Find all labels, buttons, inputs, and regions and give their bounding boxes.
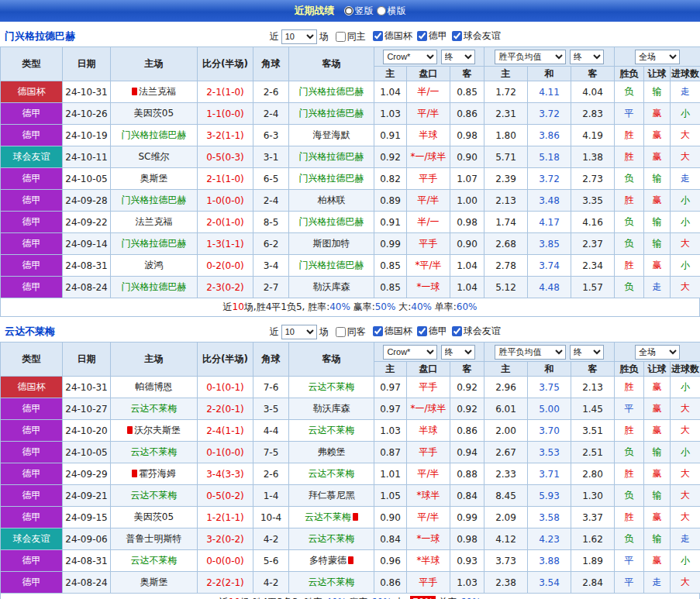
odds-company-select[interactable]: Crow*	[383, 50, 437, 64]
away-team: 门兴格拉德巴赫	[289, 212, 374, 233]
filter-controls: 近 10 场 同客 德国杯德甲球会友谊	[270, 325, 501, 339]
corner-count: 7-5	[253, 442, 289, 463]
handicap-result: 走	[644, 277, 671, 298]
euro-away-odds: 2.34	[571, 255, 615, 277]
match-type: 德甲	[1, 485, 63, 507]
col-date: 日期	[63, 343, 111, 377]
league-checkbox[interactable]	[452, 31, 462, 41]
match-score: 1-3(1-1)	[198, 233, 253, 255]
result: 负	[615, 277, 644, 298]
asia-handicap: *一球	[407, 277, 450, 298]
home-team: 沃尔夫斯堡	[111, 420, 198, 442]
col-handicap-result: 让球	[644, 362, 671, 377]
corner-count: 5-6	[253, 550, 289, 572]
summary-segment: 10	[233, 301, 244, 312]
result: 负	[615, 528, 644, 550]
away-team: 勒沃库森	[289, 398, 374, 420]
outcome-header: 全场	[615, 343, 700, 362]
corner-count: 3-5	[253, 398, 289, 420]
summary-row: 近10场,胜4平1负5, 胜率:40% 赢率:50% 大:40% 单率:60%	[0, 298, 700, 317]
league-checkbox[interactable]	[417, 31, 427, 41]
result: 胜	[615, 420, 644, 442]
handicap-result: 赢	[644, 377, 671, 398]
match-score: 0-5(0-3)	[198, 146, 253, 168]
vertical-layout-radio[interactable]	[344, 6, 353, 15]
same-venue-checkbox[interactable]	[336, 32, 346, 42]
col-score: 比分(半场)	[198, 47, 253, 81]
asia-handicap: *一/球半	[407, 146, 450, 168]
asia-home-odds: 1.05	[374, 485, 407, 507]
period-select[interactable]: 全场	[635, 345, 680, 360]
col-euro-away: 客	[571, 67, 615, 81]
home-team: 霍芬海姆	[111, 463, 198, 485]
goals-result: 大	[671, 398, 700, 420]
europe-mean-select[interactable]: 胜平负均值	[495, 345, 566, 360]
matches-body: 德国杯24-10-31法兰克福2-1(1-0)2-6门兴格拉德巴赫1.04半/一…	[1, 81, 700, 298]
team-name: 斯图加特	[313, 238, 350, 249]
league-checkbox[interactable]	[373, 31, 383, 41]
asia-away-odds: 1.00	[450, 190, 484, 212]
home-team: 云达不莱梅	[111, 442, 198, 463]
home-team: 云达不莱梅	[111, 550, 198, 572]
asia-handicap: 半/一	[407, 212, 450, 233]
league-filters: 德国杯德甲球会友谊	[368, 325, 501, 339]
odds-company-select[interactable]: Crow*	[383, 345, 437, 360]
team-name: 霍芬海姆	[139, 468, 176, 479]
away-team: 云达不莱梅	[289, 528, 374, 550]
europe-stage-select[interactable]: 终	[570, 345, 604, 360]
horizontal-layout-radio[interactable]	[377, 6, 386, 15]
corner-count: 4-4	[253, 420, 289, 442]
euro-draw-odds: 3.74	[528, 255, 571, 277]
euro-draw-odds: 3.54	[528, 572, 571, 594]
team-name: 法兰克福	[139, 86, 176, 97]
games-label: 场	[319, 30, 329, 43]
euro-draw-odds: 4.23	[528, 528, 571, 550]
league-checkbox[interactable]	[373, 326, 383, 336]
euro-draw-odds: 3.75	[528, 377, 571, 398]
topbar: 近期战绩 竖版 横版	[0, 0, 700, 22]
asia-odds-header: Crow* 终	[374, 47, 484, 67]
euro-draw-odds: 5.00	[528, 398, 571, 420]
home-team: 云达不莱梅	[111, 398, 198, 420]
league-checkbox[interactable]	[452, 326, 462, 336]
asia-away-odds: 1.04	[450, 255, 484, 277]
col-asia-home: 主	[374, 67, 407, 81]
asia-stage-select[interactable]: 终	[441, 345, 475, 360]
period-select[interactable]: 全场	[635, 50, 680, 64]
league-checkbox[interactable]	[417, 326, 427, 336]
euro-home-odds: 2.00	[484, 420, 528, 442]
match-row: 德甲24-09-22法兰克福2-0(1-0)8-5门兴格拉德巴赫0.91半/一0…	[1, 212, 700, 233]
team-name: 门兴格拉德巴赫	[299, 260, 364, 270]
corner-count: 2-7	[253, 277, 289, 298]
same-venue-checkbox[interactable]	[336, 327, 346, 337]
away-team: 云达不莱梅	[289, 507, 374, 528]
home-team: 法兰克福	[111, 212, 198, 233]
match-row: 德甲24-10-20沃尔夫斯堡2-4(1-1)4-4云达不莱梅1.03半球0.8…	[1, 420, 700, 442]
match-score: 0-5(0-2)	[198, 485, 253, 507]
goals-result: 小	[671, 377, 700, 398]
asia-away-odds: 0.86	[450, 103, 484, 125]
goals-result: 大	[671, 146, 700, 168]
match-score: 1-2(1-1)	[198, 507, 253, 528]
home-team: 门兴格拉德巴赫	[111, 190, 198, 212]
euro-draw-odds: 3.71	[528, 463, 571, 485]
asia-home-odds: 0.89	[374, 190, 407, 212]
match-row: 德甲24-09-29霍芬海姆3-4(3-3)2-6云达不莱梅1.01平/半0.8…	[1, 463, 700, 485]
euro-draw-odds: 3.72	[528, 103, 571, 125]
asia-handicap: 半球	[407, 420, 450, 442]
europe-mean-select[interactable]: 胜平负均值	[495, 50, 566, 64]
euro-draw-odds: 4.11	[528, 81, 571, 103]
away-team: 拜仁慕尼黑	[289, 485, 374, 507]
team-name: 门兴格拉德巴赫	[122, 195, 187, 205]
euro-home-odds: 2.09	[484, 507, 528, 528]
asia-away-odds: 0.90	[450, 233, 484, 255]
europe-stage-select[interactable]: 终	[570, 50, 604, 64]
result: 胜	[615, 507, 644, 528]
match-count-select[interactable]: 10	[281, 29, 317, 44]
team-name: 云达不莱梅	[305, 511, 351, 522]
corner-count: 2-6	[253, 81, 289, 103]
away-team: 门兴格拉德巴赫	[289, 146, 374, 168]
asia-stage-select[interactable]: 终	[441, 50, 475, 64]
euro-away-odds: 2.80	[571, 463, 615, 485]
match-count-select[interactable]: 10	[281, 325, 317, 339]
